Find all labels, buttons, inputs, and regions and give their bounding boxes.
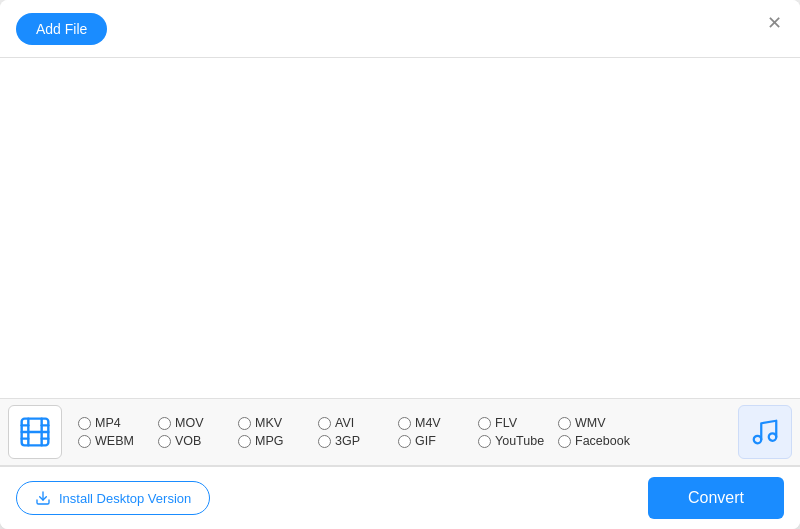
svg-point-8 xyxy=(754,436,762,444)
film-icon xyxy=(19,416,51,448)
svg-point-9 xyxy=(769,433,777,441)
format-option-mpg[interactable]: MPG xyxy=(234,432,314,450)
format-option-avi[interactable]: AVI xyxy=(314,414,394,432)
app-window: Add File ✕ MP4 xyxy=(0,0,800,529)
format-row-2: WEBM VOB MPG 3GP GIF xyxy=(74,432,730,450)
content-area xyxy=(0,58,800,398)
install-desktop-button[interactable]: Install Desktop Version xyxy=(16,481,210,515)
format-option-facebook[interactable]: Facebook xyxy=(554,432,634,450)
bottom-bar: Install Desktop Version Convert xyxy=(0,466,800,529)
close-button[interactable]: ✕ xyxy=(763,10,786,36)
format-option-wmv[interactable]: WMV xyxy=(554,414,634,432)
format-option-flv[interactable]: FLV xyxy=(474,414,554,432)
format-option-3gp[interactable]: 3GP xyxy=(314,432,394,450)
format-option-mkv[interactable]: MKV xyxy=(234,414,314,432)
format-option-mov[interactable]: MOV xyxy=(154,414,234,432)
format-options: MP4 MOV MKV AVI M4V xyxy=(74,414,730,450)
title-bar: Add File ✕ xyxy=(0,0,800,58)
video-format-icon-box xyxy=(8,405,62,459)
add-file-button[interactable]: Add File xyxy=(16,13,107,45)
format-option-vob[interactable]: VOB xyxy=(154,432,234,450)
format-option-m4v[interactable]: M4V xyxy=(394,414,474,432)
format-option-gif[interactable]: GIF xyxy=(394,432,474,450)
format-option-youtube[interactable]: YouTube xyxy=(474,432,554,450)
music-icon xyxy=(750,417,780,447)
format-option-webm[interactable]: WEBM xyxy=(74,432,154,450)
format-row-1: MP4 MOV MKV AVI M4V xyxy=(74,414,730,432)
download-icon xyxy=(35,490,51,506)
format-bar: MP4 MOV MKV AVI M4V xyxy=(0,398,800,466)
audio-format-icon-box[interactable] xyxy=(738,405,792,459)
convert-button[interactable]: Convert xyxy=(648,477,784,519)
format-option-mp4[interactable]: MP4 xyxy=(74,414,154,432)
